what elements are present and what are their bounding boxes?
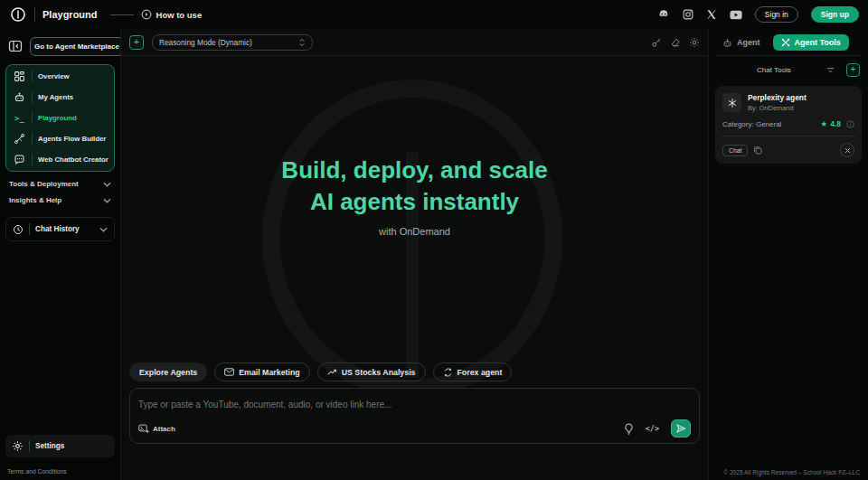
gear-icon bbox=[12, 440, 24, 452]
sidebar: Go to Agent Marketplace Overview My Agen… bbox=[0, 29, 120, 480]
rating-value: 4.8 bbox=[830, 119, 841, 128]
sidebar-item-label: My Agents bbox=[38, 93, 73, 101]
select-arrows-icon bbox=[298, 38, 306, 47]
agent-tool-card: Perplexity agent By: OnDemand Category: … bbox=[715, 86, 862, 164]
chat-history-item[interactable]: Chat History bbox=[5, 217, 115, 241]
sidebar-menu: Overview My Agents >_ Playground Agents … bbox=[5, 64, 115, 172]
sidebar-item-web-chatbot-creator[interactable]: Web Chatbot Creator bbox=[6, 149, 114, 170]
sidebar-top-row: Go to Agent Marketplace bbox=[5, 36, 115, 56]
terms-and-conditions-link[interactable]: Terms and Conditions bbox=[5, 468, 115, 475]
agent-card-category: Category: General bbox=[722, 120, 781, 128]
how-to-use-link[interactable]: How to use bbox=[141, 9, 203, 20]
agent-card-author: By: OnDemand bbox=[748, 104, 807, 112]
sidebar-section-tools-deployment[interactable]: Tools & Deployment bbox=[5, 172, 115, 188]
instagram-icon[interactable] bbox=[683, 9, 693, 20]
menu-divider bbox=[32, 154, 33, 165]
hero-title-line2: AI agents instantly bbox=[310, 186, 519, 218]
menu-divider bbox=[32, 91, 33, 103]
clock-icon bbox=[13, 224, 24, 235]
attach-button[interactable]: Attach bbox=[138, 424, 175, 434]
ondemand-logo-icon[interactable] bbox=[9, 5, 27, 24]
collapse-sidebar-icon[interactable] bbox=[5, 36, 25, 56]
chevron-down-icon bbox=[103, 182, 111, 187]
youtube-icon[interactable] bbox=[730, 10, 742, 20]
sidebar-item-label: Agents Flow Builder bbox=[38, 135, 106, 143]
chat-badge[interactable]: Chat bbox=[722, 145, 748, 156]
chip-label: Forex agent bbox=[458, 368, 503, 377]
info-icon[interactable] bbox=[846, 120, 854, 128]
trend-up-icon bbox=[327, 368, 337, 376]
tab-agent-label: Agent bbox=[737, 38, 760, 47]
sidebar-item-label: Playground bbox=[38, 114, 77, 122]
forex-agent-chip[interactable]: Forex agent bbox=[433, 362, 513, 381]
explore-agents-chip[interactable]: Explore Agents bbox=[129, 362, 207, 381]
robot-icon bbox=[13, 91, 26, 103]
chat-tools-filter-select[interactable]: Chat Tools bbox=[751, 62, 840, 77]
reasoning-mode-select[interactable]: Reasoning Mode (Dynamic) bbox=[152, 34, 313, 51]
lightbulb-icon[interactable] bbox=[624, 423, 634, 435]
settings-button[interactable]: Settings bbox=[5, 435, 115, 457]
settings-label: Settings bbox=[35, 442, 64, 450]
app-body: Go to Agent Marketplace Overview My Agen… bbox=[0, 29, 868, 480]
terminal-icon: >_ bbox=[13, 114, 26, 123]
hero-subtitle: with OnDemand bbox=[379, 226, 450, 237]
new-chat-plus-button[interactable]: + bbox=[129, 35, 144, 50]
gear-icon[interactable] bbox=[689, 37, 700, 48]
page-title: Playground bbox=[42, 9, 98, 20]
tab-agent[interactable]: Agent bbox=[717, 35, 766, 51]
star-icon: ★ bbox=[821, 119, 828, 128]
hero-section: Build, deploy, and scale AI agents insta… bbox=[121, 56, 708, 362]
playground-controls-bar: + Reasoning Mode (Dynamic) bbox=[121, 29, 708, 56]
sidebar-item-agents-flow-builder[interactable]: Agents Flow Builder bbox=[6, 128, 114, 149]
section-label: Insights & Help bbox=[9, 196, 61, 204]
add-tool-plus-button[interactable]: + bbox=[846, 63, 860, 77]
sidebar-section-insights-help[interactable]: Insights & Help bbox=[5, 188, 115, 204]
agent-card-rating: ★ 4.8 bbox=[821, 119, 854, 128]
sidebar-item-overview[interactable]: Overview bbox=[6, 66, 114, 87]
copyright-text: © 2025 All Rights Reserved – School Hack… bbox=[715, 469, 862, 475]
top-bar: Playground How to use Sign in Sign up bbox=[0, 0, 868, 29]
attach-media-icon bbox=[138, 424, 149, 434]
currency-exchange-icon bbox=[443, 368, 453, 377]
menu-divider bbox=[29, 223, 30, 235]
how-to-use-label: How to use bbox=[156, 10, 203, 20]
sidebar-item-playground[interactable]: >_ Playground bbox=[6, 108, 114, 128]
chat-history-label: Chat History bbox=[35, 225, 80, 233]
go-to-agent-marketplace-button[interactable]: Go to Agent Marketplace bbox=[30, 37, 124, 56]
right-panel: Agent Agent Tools Chat Tools + bbox=[709, 29, 868, 480]
flow-icon bbox=[13, 133, 26, 145]
sidebar-item-my-agents[interactable]: My Agents bbox=[6, 87, 114, 108]
sign-in-button[interactable]: Sign in bbox=[755, 6, 798, 23]
filter-icon bbox=[826, 67, 835, 73]
remove-tool-close-icon[interactable] bbox=[840, 143, 854, 157]
message-composer: Attach </> bbox=[129, 388, 700, 444]
us-stocks-analysis-chip[interactable]: US Stocks Analysis bbox=[317, 362, 426, 381]
copy-icon[interactable] bbox=[753, 146, 762, 155]
composer-toolbar: Attach </> bbox=[138, 419, 691, 438]
sign-up-button[interactable]: Sign up bbox=[811, 6, 859, 23]
attach-label: Attach bbox=[153, 425, 175, 433]
suggestion-chips: Explore Agents Email Marketing US Stocks… bbox=[121, 362, 708, 388]
agent-card-footer: Chat bbox=[722, 143, 854, 157]
api-key-icon[interactable] bbox=[651, 37, 662, 48]
play-circle-icon bbox=[141, 9, 152, 20]
menu-divider bbox=[32, 133, 33, 145]
section-label: Tools & Deployment bbox=[9, 180, 79, 188]
x-icon[interactable] bbox=[706, 9, 717, 20]
email-marketing-chip[interactable]: Email Marketing bbox=[214, 362, 309, 381]
message-input[interactable] bbox=[138, 400, 691, 409]
reasoning-mode-value: Reasoning Mode (Dynamic) bbox=[159, 38, 252, 47]
sidebar-spacer bbox=[5, 241, 115, 435]
right-panel-tabs: Agent Agent Tools bbox=[715, 33, 862, 56]
chevron-down-icon bbox=[103, 198, 111, 203]
tools-icon bbox=[781, 38, 790, 47]
chip-label: Email Marketing bbox=[239, 368, 299, 377]
tab-agent-tools[interactable]: Agent Tools bbox=[773, 34, 849, 51]
right-panel-spacer bbox=[715, 164, 862, 469]
main-area: + Reasoning Mode (Dynamic) bbox=[120, 29, 709, 480]
code-icon[interactable]: </> bbox=[646, 424, 659, 433]
eraser-icon[interactable] bbox=[670, 37, 681, 48]
send-button[interactable] bbox=[671, 419, 691, 438]
discord-icon[interactable] bbox=[657, 9, 670, 20]
hero-title-line1: Build, deploy, and scale bbox=[281, 155, 547, 186]
